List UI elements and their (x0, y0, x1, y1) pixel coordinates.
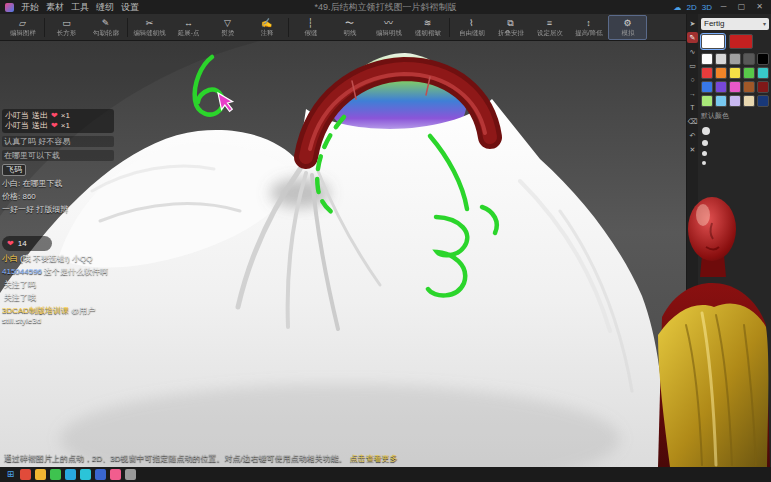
menu-material[interactable]: 素材 (46, 0, 64, 14)
view-3d-button[interactable]: 3D (702, 3, 712, 12)
pen-tool-icon[interactable]: ✎ (687, 32, 698, 43)
palette-swatch[interactable] (701, 81, 713, 93)
chat-info: 一好一好 打版细辫 (2, 205, 114, 215)
brush-size-option[interactable] (702, 151, 707, 156)
raise-lower-icon: ↕ (586, 18, 591, 29)
chat-message: 小白(哦 不要选错!) 小QQ (2, 254, 114, 264)
menu-tools[interactable]: 工具 (71, 0, 89, 14)
palette-swatch[interactable] (729, 67, 741, 79)
chat-info: 价格: 860 (2, 192, 114, 202)
tool-free-sew[interactable]: ⌇ 自由缝纫 (452, 15, 491, 40)
tool-edit-topstitch[interactable]: 〰 编辑明线 (369, 15, 408, 40)
undo-tool-icon[interactable]: ↶ (687, 130, 698, 141)
palette-swatch[interactable] (757, 81, 769, 93)
cursor-tool-icon[interactable]: ➤ (687, 18, 698, 29)
maximize-button[interactable]: ▢ (735, 0, 748, 14)
palette-swatch[interactable] (743, 81, 755, 93)
like-counter[interactable]: ❤ 14 (2, 236, 52, 251)
tool-raise-lower[interactable]: ↕ 提高/降低 (569, 15, 608, 40)
more-link[interactable]: 点击查看更多 (350, 454, 398, 463)
close-tool-icon[interactable]: ✕ (687, 144, 698, 155)
arrow-tool-icon[interactable]: → (687, 88, 698, 99)
palette-swatch[interactable] (701, 53, 713, 65)
tool-sew-pucker[interactable]: ≋ 缝纫褶皱 (408, 15, 447, 40)
tool-label: 明线 (343, 29, 356, 36)
gift-row: 小叮当送出 ❤ ×1 (5, 121, 111, 131)
taskbar-media-icon[interactable] (110, 469, 121, 480)
set-layer-icon: ≡ (547, 18, 552, 29)
toolbar-divider (127, 18, 128, 37)
current-color-primary[interactable] (701, 34, 725, 49)
free-sew-icon: ⌇ (469, 18, 473, 29)
simulate-gear-icon: ⚙ (623, 18, 631, 29)
tool-set-layer[interactable]: ≡ 设定层次 (530, 15, 569, 40)
palette-swatch[interactable] (757, 67, 769, 79)
brush-size-option[interactable] (702, 161, 706, 165)
minimize-button[interactable]: ─ (717, 0, 730, 14)
cloud-sync-icon[interactable]: ☁ (674, 3, 682, 12)
palette-swatch[interactable] (729, 95, 741, 107)
ellipse-tool-icon[interactable]: ○ (687, 74, 698, 85)
tool-edit-pattern[interactable]: ▱ 编辑图样 (3, 15, 42, 40)
palette-swatch[interactable] (729, 81, 741, 93)
brush-size-option[interactable] (702, 140, 708, 146)
palette-swatch[interactable] (715, 67, 727, 79)
brush-size-option[interactable] (702, 127, 710, 135)
palette-swatch[interactable] (715, 81, 727, 93)
chat-info: 小白: 在哪里下载 (2, 179, 114, 189)
eraser-tool-icon[interactable]: ⌫ (687, 116, 698, 127)
color-palette (701, 53, 769, 107)
text-tool-icon[interactable]: T (687, 102, 698, 113)
window-title: *49.后结构立领打线图一片斜褶制版 (314, 1, 456, 14)
palette-swatch[interactable] (743, 67, 755, 79)
taskbar-browser-icon[interactable] (20, 469, 31, 480)
trace-outline-icon: ✎ (102, 18, 110, 29)
menu-sewing[interactable]: 缝纫 (96, 0, 114, 14)
topstitch-icon: 〜 (345, 18, 354, 29)
tool-trace-outline[interactable]: ✎ 勾勒轮廓 (86, 15, 125, 40)
tool-rectangle[interactable]: ▭ 长方形 (47, 15, 86, 40)
taskbar-explorer-icon[interactable] (35, 469, 46, 480)
tool-iron[interactable]: ▽ 熨烫 (208, 15, 247, 40)
tool-fold-arrange[interactable]: ⧉ 折叠安排 (491, 15, 530, 40)
palette-swatch[interactable] (757, 95, 769, 107)
tool-label: 设定层次 (537, 29, 563, 36)
palette-swatch[interactable] (701, 67, 713, 79)
current-color-secondary[interactable] (729, 34, 753, 49)
palette-swatch[interactable] (743, 53, 755, 65)
palette-swatch[interactable] (729, 53, 741, 65)
highlighter-tool-icon[interactable]: ∿ (687, 46, 698, 57)
tool-baste[interactable]: ┆ 假缝 (291, 15, 330, 40)
extend-icon: ↔ (184, 18, 193, 29)
preset-dropdown[interactable]: Fertig ▾ (701, 18, 769, 30)
tool-label: 编辑图样 (10, 29, 36, 36)
taskbar-cloud-icon[interactable] (80, 469, 91, 480)
tool-label: 缝纫褶皱 (415, 29, 441, 36)
rect-tool-icon[interactable]: ▭ (687, 60, 698, 71)
tool-topstitch[interactable]: 〜 明线 (330, 15, 369, 40)
tool-simulate[interactable]: ⚙ 模拟 (608, 15, 647, 40)
brush-sizes (701, 125, 769, 167)
avatar-preview[interactable] (656, 185, 771, 467)
taskbar-wechat-icon[interactable] (50, 469, 61, 480)
toolbar-divider (449, 18, 450, 37)
tool-edit-sewing[interactable]: ✂ 编辑缝纫线 (130, 15, 169, 40)
taskbar-settings-icon[interactable] (125, 469, 136, 480)
viewport-3d[interactable]: 小叮当送出 ❤ ×1 小叮当送出 ❤ ×1 认真了吗 好不容易 在哪里可以下载 … (0, 41, 686, 467)
close-button[interactable]: ✕ (753, 0, 766, 14)
view-2d-button[interactable]: 2D (687, 3, 697, 12)
palette-swatch[interactable] (715, 95, 727, 107)
palette-swatch[interactable] (757, 53, 769, 65)
start-button[interactable]: ⊞ (5, 469, 16, 480)
palette-swatch[interactable] (743, 95, 755, 107)
menu-settings[interactable]: 设置 (121, 0, 139, 14)
menu-start[interactable]: 开始 (21, 0, 39, 14)
palette-swatch[interactable] (701, 95, 713, 107)
chat-overlay[interactable]: 小叮当送出 ❤ ×1 小叮当送出 ❤ ×1 认真了吗 好不容易 在哪里可以下载 … (2, 109, 114, 326)
tool-annotate[interactable]: ✍ 注释 (247, 15, 286, 40)
tool-extend[interactable]: ↔ 延展-点 (169, 15, 208, 40)
edit-sewing-icon: ✂ (146, 18, 154, 29)
taskbar-qq-icon[interactable] (65, 469, 76, 480)
palette-swatch[interactable] (715, 53, 727, 65)
taskbar-docs-icon[interactable] (95, 469, 106, 480)
